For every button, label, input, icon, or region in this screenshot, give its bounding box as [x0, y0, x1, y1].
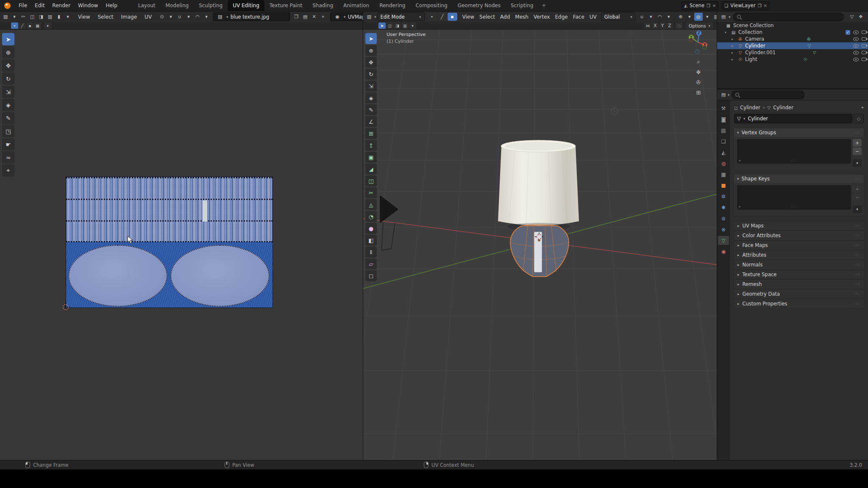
uv-editor-menu-item[interactable]: Select — [94, 14, 117, 20]
camera-view-icon[interactable]: ✇ — [694, 78, 703, 87]
gizmo-chevron[interactable]: ▾ — [685, 13, 694, 21]
uv-texture-image[interactable] — [66, 177, 273, 308]
uv-island-cap-right[interactable] — [170, 245, 270, 307]
poly-build-tool[interactable]: ◬ — [365, 199, 377, 210]
workspace-tab[interactable]: Shading — [307, 0, 338, 11]
new-view-layer-icon[interactable]: ❐ — [758, 3, 762, 8]
smooth-tool[interactable]: ● — [365, 223, 377, 234]
tool-option-icon-3[interactable]: ▥ — [401, 22, 409, 29]
new-image-icon[interactable]: ❐ — [292, 13, 300, 21]
uv-editor-menu-item[interactable]: View — [74, 14, 94, 20]
hide-in-viewport-icon[interactable] — [853, 58, 859, 61]
proportional-chevron[interactable]: ▾ — [202, 13, 211, 21]
grip-icon[interactable]: ∷∷ — [855, 233, 860, 238]
snap-face-nearest-icon[interactable]: ◌ — [676, 22, 683, 29]
properties-search-input[interactable] — [732, 91, 805, 99]
relax-tool[interactable]: ≈ — [2, 151, 14, 164]
navigation-gizmo[interactable]: X Y Z — [686, 30, 710, 54]
rotate-tool[interactable]: ↻ — [365, 69, 377, 80]
workspace-tab[interactable]: Sculpting — [194, 0, 228, 11]
tweak-tool[interactable]: ➤ — [2, 33, 14, 45]
tool-option-chevron[interactable]: ▾ — [409, 22, 416, 29]
uv-bottom-region[interactable] — [66, 242, 273, 308]
move-view-icon[interactable]: ✥ — [694, 67, 703, 77]
overlays-chevron[interactable]: ▾ — [703, 13, 712, 21]
overlays-icon[interactable]: ◎ — [694, 13, 703, 21]
bevel-tool[interactable]: ◢ — [365, 164, 377, 175]
grip-icon[interactable]: ∷∷ — [855, 224, 860, 228]
grab-tool[interactable]: ☛ — [2, 138, 14, 150]
viewport-canvas[interactable] — [363, 30, 717, 460]
panel-menu-button[interactable]: ▾ — [853, 159, 862, 167]
outliner-row[interactable]: ▸ ▽ Cylinder ▽ — [717, 42, 868, 49]
move-tool[interactable]: ✥ — [365, 57, 377, 68]
close-scene-icon[interactable]: ✕ — [712, 3, 716, 8]
editor-divider[interactable] — [363, 11, 363, 460]
new-scene-icon[interactable]: ❐ — [707, 3, 710, 8]
grip-icon[interactable]: ∷∷ — [855, 263, 860, 267]
editor-type-image-icon[interactable]: ▨ — [1, 13, 10, 21]
workspace-tab[interactable]: Geometry Nodes — [453, 0, 506, 11]
expander-icon[interactable]: ▾ — [725, 30, 730, 34]
tab-scene[interactable]: ◭ — [718, 148, 729, 157]
viewport-menu-item[interactable]: Add — [498, 14, 512, 20]
workspace-tab[interactable]: Animation — [338, 0, 374, 11]
grip-icon[interactable]: ∷∷ — [855, 292, 860, 296]
add-item-button[interactable]: + — [853, 139, 862, 147]
edge-slide-tool[interactable]: ◧ — [365, 235, 377, 246]
mirror-y-toggle[interactable]: Y — [659, 22, 666, 29]
hide-in-viewport-icon[interactable] — [853, 44, 859, 48]
loop-cut-tool[interactable]: ◫ — [365, 175, 377, 186]
active-tool-icon[interactable]: ➤ — [378, 22, 386, 29]
transform-tool[interactable]: ◈ — [365, 92, 377, 103]
collapsed-panel[interactable]: ▸ Color Attributes ∷∷ — [734, 231, 864, 240]
workspace-tab[interactable]: Scripting — [506, 0, 538, 11]
workspace-tab[interactable]: Compositing — [410, 0, 452, 11]
orientation-dropdown[interactable]: Global ▾ — [601, 12, 636, 21]
app-menu-item[interactable]: Render — [48, 3, 74, 8]
grip-icon[interactable]: ∷∷ — [855, 253, 860, 257]
mirror-z-toggle[interactable]: Z — [666, 22, 673, 29]
pinch-tool[interactable]: ⌖ — [2, 164, 14, 177]
tab-modifiers[interactable]: ⚙ — [718, 192, 729, 201]
tool-option-icon-2[interactable]: ◨ — [394, 22, 401, 29]
collapsed-panel[interactable]: ▸ Face Maps ∷∷ — [734, 241, 864, 250]
edge-select-mode[interactable]: ╱ — [437, 13, 447, 21]
tool-pencil-icon[interactable]: ✏ — [19, 13, 28, 21]
editor-type-outliner-icon[interactable]: ▤ — [719, 13, 728, 21]
uv-select-vertex[interactable]: • — [11, 22, 18, 29]
panel-list-box[interactable]: ▸ ∷∷ — [737, 139, 851, 164]
display-channel-alpha-icon[interactable]: ▥ — [46, 13, 54, 21]
transform-tool[interactable]: ◈ — [2, 99, 14, 111]
viewport-menu-item[interactable]: Vertex — [531, 14, 553, 20]
grip-icon[interactable]: ∷∷ — [855, 177, 861, 181]
hide-in-viewport-icon[interactable] — [853, 51, 859, 55]
tweak-tool[interactable]: ➤ — [365, 33, 377, 44]
selected-face[interactable] — [534, 232, 542, 272]
close-view-layer-icon[interactable]: ✕ — [764, 3, 767, 8]
workspace-tab[interactable]: Modeling — [161, 0, 194, 11]
mesh-name-field[interactable]: ▽ ▾ Cylinder — [734, 114, 852, 123]
collapsed-panel[interactable]: ▸ Remesh ∷∷ — [734, 280, 864, 288]
mode-dropdown[interactable]: Edit Mode ▾ — [377, 12, 425, 21]
uv-island-cap-left[interactable] — [68, 245, 167, 307]
grip-icon[interactable]: ∷∷ — [855, 302, 860, 306]
uv-2d-cursor[interactable] — [63, 304, 69, 310]
snap-chevron[interactable]: ▾ — [184, 13, 193, 21]
workspace-tab[interactable]: UV Editing — [228, 0, 264, 11]
viewport-menu-item[interactable]: Select — [477, 14, 498, 20]
uv-active-face[interactable] — [203, 200, 207, 222]
grip-icon[interactable]: ∷∷ — [791, 158, 797, 163]
viewport-scene[interactable] — [363, 30, 717, 460]
gizmo-neg-y-axis[interactable] — [702, 45, 707, 50]
collapsed-panel[interactable]: ▸ Normals ∷∷ — [734, 261, 864, 269]
tab-constraints[interactable]: ⊗ — [718, 225, 729, 234]
uv-select-edge[interactable]: ╱ — [19, 22, 26, 29]
display-channel-color-icon[interactable]: ◫ — [28, 13, 36, 21]
tab-output[interactable]: ▤ — [718, 126, 729, 135]
workspace-tab[interactable]: Rendering — [374, 0, 410, 11]
display-chevron[interactable]: ▾ — [64, 13, 72, 21]
filter-options-icon[interactable]: ❖ — [857, 13, 865, 21]
hide-in-viewport-icon[interactable] — [853, 30, 859, 34]
gizmo-neg-x-axis[interactable] — [689, 38, 693, 42]
